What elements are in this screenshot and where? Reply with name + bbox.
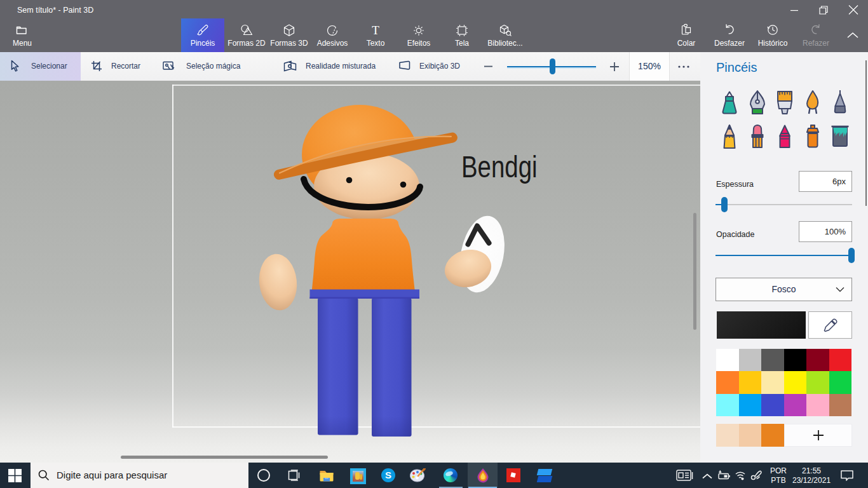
svg-text:T: T xyxy=(372,24,379,37)
